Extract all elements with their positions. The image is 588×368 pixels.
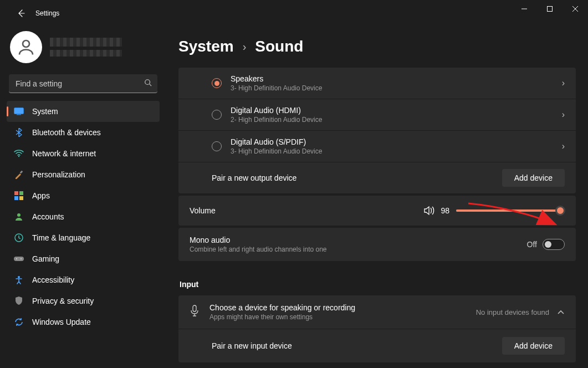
- sidebar-item-apps[interactable]: Apps: [7, 185, 160, 206]
- input-device-subtitle: Apps might have their own settings: [209, 313, 476, 321]
- sidebar-item-update[interactable]: Windows Update: [7, 311, 160, 333]
- output-devices-panel: Speakers 3- High Definition Audio Device…: [178, 68, 576, 193]
- svg-point-9: [18, 156, 19, 157]
- close-icon: [572, 6, 578, 12]
- speaker-icon[interactable]: [424, 206, 435, 216]
- svg-point-5: [145, 80, 150, 85]
- content-area: System › Sound Speakers 3- High Definiti…: [166, 27, 588, 368]
- display-icon: [13, 106, 24, 117]
- input-device-row[interactable]: Choose a device for speaking or recordin…: [178, 295, 576, 329]
- add-output-device-button[interactable]: Add device: [502, 169, 565, 187]
- svg-rect-21: [193, 305, 196, 311]
- paint-icon: [13, 169, 24, 180]
- device-title: Speakers: [231, 74, 562, 83]
- chevron-right-icon: ›: [562, 78, 565, 88]
- sidebar-item-label: Network & internet: [32, 149, 96, 158]
- close-button[interactable]: [563, 0, 588, 18]
- minimize-icon: [521, 6, 527, 12]
- svg-rect-10: [20, 171, 23, 174]
- input-section-header: Input: [180, 280, 576, 289]
- svg-point-4: [23, 40, 29, 47]
- bluetooth-icon: [13, 127, 24, 138]
- sidebar-item-accessibility[interactable]: Accessibility: [7, 269, 160, 290]
- wifi-icon: [13, 148, 24, 159]
- slider-fill: [456, 209, 560, 212]
- pair-input-label: Pair a new input device: [212, 341, 502, 350]
- clock-icon: [13, 232, 24, 243]
- toggle-knob: [545, 241, 551, 248]
- device-row-hdmi[interactable]: Digital Audio (HDMI) 2- High Definition …: [178, 99, 576, 130]
- svg-rect-12: [19, 191, 23, 195]
- sidebar-item-label: Bluetooth & devices: [32, 128, 101, 137]
- sidebar-item-label: Personalization: [32, 170, 85, 179]
- volume-row: Volume 98: [178, 196, 576, 226]
- radio-unselected[interactable]: [212, 110, 222, 120]
- accessibility-icon: [13, 274, 24, 285]
- radio-selected[interactable]: [212, 78, 222, 88]
- sidebar-item-time[interactable]: Time & language: [7, 227, 160, 248]
- sidebar-item-label: Gaming: [32, 254, 59, 263]
- breadcrumb: System › Sound: [178, 38, 576, 55]
- sidebar-item-label: Time & language: [32, 233, 90, 242]
- chevron-right-icon: ›: [243, 40, 247, 53]
- chevron-right-icon: ›: [562, 141, 565, 151]
- maximize-button[interactable]: [537, 0, 563, 18]
- device-title: Digital Audio (HDMI): [231, 106, 562, 115]
- breadcrumb-current: Sound: [255, 38, 303, 55]
- update-icon: [13, 316, 24, 328]
- apps-icon: [13, 190, 24, 201]
- volume-slider[interactable]: [456, 209, 565, 212]
- svg-rect-17: [14, 257, 24, 261]
- svg-rect-14: [19, 196, 23, 200]
- sidebar-item-label: System: [32, 107, 58, 116]
- device-title: Digital Audio (S/PDIF): [231, 137, 562, 146]
- search-field[interactable]: [9, 74, 157, 93]
- chevron-up-icon[interactable]: [557, 307, 565, 317]
- sidebar-item-label: Accessibility: [32, 275, 74, 284]
- mono-toggle[interactable]: [543, 239, 565, 250]
- avatar: [10, 31, 42, 63]
- sidebar-item-gaming[interactable]: Gaming: [7, 248, 160, 269]
- accounts-icon: [13, 211, 24, 222]
- svg-point-19: [21, 258, 22, 259]
- pair-output-label: Pair a new output device: [212, 173, 502, 182]
- profile-block[interactable]: [7, 29, 160, 72]
- device-row-spdif[interactable]: Digital Audio (S/PDIF) 3- High Definitio…: [178, 130, 576, 162]
- svg-rect-1: [548, 7, 553, 12]
- app-title: Settings: [35, 9, 59, 17]
- svg-rect-11: [14, 191, 18, 195]
- search-input[interactable]: [9, 74, 157, 93]
- sidebar-item-network[interactable]: Network & internet: [7, 143, 160, 164]
- radio-unselected[interactable]: [212, 141, 222, 151]
- device-subtitle: 2- High Definition Audio Device: [231, 116, 562, 124]
- device-row-speakers[interactable]: Speakers 3- High Definition Audio Device…: [178, 68, 576, 99]
- svg-rect-7: [14, 108, 24, 114]
- svg-rect-8: [17, 114, 21, 115]
- breadcrumb-parent[interactable]: System: [178, 38, 234, 55]
- sidebar-item-personalization[interactable]: Personalization: [7, 164, 160, 185]
- device-subtitle: 3- High Definition Audio Device: [231, 84, 562, 92]
- svg-rect-13: [14, 196, 18, 200]
- sidebar-item-accounts[interactable]: Accounts: [7, 206, 160, 227]
- maximize-icon: [547, 6, 553, 12]
- add-input-device-button[interactable]: Add device: [502, 337, 565, 355]
- back-button[interactable]: [11, 3, 31, 23]
- arrow-left-icon: [17, 9, 25, 18]
- sidebar-item-label: Privacy & security: [32, 297, 94, 305]
- input-device-title: Choose a device for speaking or recordin…: [209, 303, 476, 312]
- mono-title: Mono audio: [190, 236, 527, 244]
- minimize-button[interactable]: [512, 0, 537, 18]
- slider-thumb[interactable]: [555, 206, 565, 216]
- svg-line-6: [150, 84, 152, 86]
- mono-audio-row: Mono audio Combine left and right audio …: [178, 228, 576, 261]
- volume-label: Volume: [190, 206, 216, 215]
- mono-subtitle: Combine left and right audio channels in…: [190, 246, 527, 253]
- sidebar: System Bluetooth & devices Network & int…: [0, 27, 166, 368]
- sidebar-item-privacy[interactable]: Privacy & security: [7, 290, 160, 311]
- sidebar-item-system[interactable]: System: [7, 101, 160, 122]
- gaming-icon: [13, 253, 24, 264]
- person-icon: [16, 37, 36, 57]
- volume-value: 98: [441, 206, 449, 215]
- sidebar-item-label: Apps: [32, 191, 50, 200]
- sidebar-item-bluetooth[interactable]: Bluetooth & devices: [7, 122, 160, 143]
